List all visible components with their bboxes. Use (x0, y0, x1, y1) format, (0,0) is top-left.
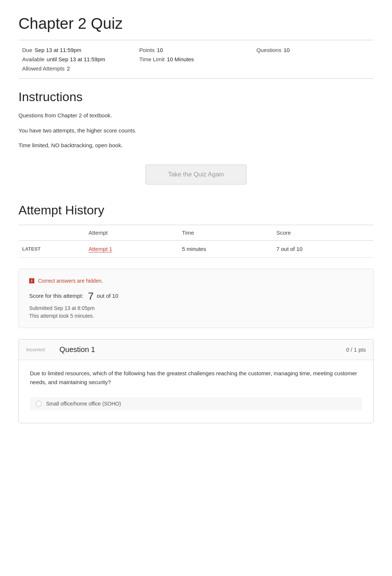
attempt-table: Attempt Time Score LATESTAttempt 15 minu… (18, 225, 374, 258)
radio-circle (36, 401, 42, 407)
instructions-title: Instructions (18, 90, 374, 104)
attempt-link[interactable]: Attempt 1 (89, 246, 112, 252)
score-suffix: out of 10 (97, 292, 118, 299)
take-quiz-button[interactable]: Take the Quiz Again (145, 165, 246, 184)
score-number: 7 (88, 290, 94, 302)
due-label: Due (22, 47, 32, 53)
row-score: 7 out of 10 (273, 240, 374, 257)
meta-questions: Questions 10 (257, 47, 370, 53)
questions-container: IncorrectQuestion 10 / 1 ptsDue to limit… (18, 339, 374, 423)
score-line: Score for this attempt: 7 out of 10 (29, 290, 363, 302)
row-label: LATEST (18, 240, 85, 257)
warning-text: Correct answers are hidden. (38, 278, 103, 284)
meta-allowed: Allowed Attempts 2 (22, 65, 135, 72)
quiz-meta-section: Due Sep 13 at 11:59pm Points 10 Question… (18, 40, 374, 79)
question-text: Due to limited resources, which of the f… (30, 369, 362, 387)
attempt-history-section: Attempt History Attempt Time Score LATES… (18, 203, 374, 258)
correct-answers-warning: i Correct answers are hidden. (29, 278, 363, 284)
due-value: Sep 13 at 11:59pm (35, 47, 82, 53)
answer-option[interactable]: Small office/home office (SOHO) (30, 397, 362, 410)
questions-label: Questions (257, 47, 282, 53)
col-empty (18, 225, 85, 240)
submitted-line: Submitted Sep 13 at 8:05pm (29, 305, 363, 311)
allowed-label: Allowed Attempts (22, 65, 65, 72)
instruction-lines: Questions from Chapter 2 of textbook.You… (18, 111, 374, 150)
col-score: Score (273, 225, 374, 240)
instructions-section: Instructions Questions from Chapter 2 of… (18, 90, 374, 150)
allowed-value: 2 (67, 65, 70, 72)
table-row: LATESTAttempt 15 minutes7 out of 10 (18, 240, 374, 257)
question-body: Due to limited resources, which of the f… (19, 360, 373, 423)
page-title: Chapter 2 Quiz (18, 15, 374, 32)
answer-text: Small office/home office (SOHO) (46, 401, 121, 407)
instruction-line: Time limited, NO backtracking, open book… (18, 141, 374, 150)
points-value: 10 (157, 47, 163, 53)
time-limit-label: Time Limit (139, 56, 165, 62)
quiz-meta-grid: Due Sep 13 at 11:59pm Points 10 Question… (22, 47, 370, 72)
meta-available: Available until Sep 13 at 11:59pm (22, 56, 135, 62)
available-label: Available (22, 56, 45, 62)
take-quiz-btn-container: Take the Quiz Again (18, 165, 374, 184)
instruction-line: You have two attempts, the higher score … (18, 127, 374, 135)
instruction-line: Questions from Chapter 2 of textbook. (18, 111, 374, 120)
available-value: until Sep 13 at 11:59pm (47, 56, 105, 62)
took-line: This attempt took 5 minutes. (29, 313, 363, 319)
col-attempt: Attempt (85, 225, 178, 240)
meta-points: Points 10 (139, 47, 252, 53)
question-points: 0 / 1 pts (346, 346, 366, 353)
row-attempt[interactable]: Attempt 1 (85, 240, 178, 257)
question-status: Incorrect (26, 347, 59, 352)
meta-due: Due Sep 13 at 11:59pm (22, 47, 135, 53)
question-header: IncorrectQuestion 10 / 1 pts (19, 339, 373, 360)
points-label: Points (139, 47, 155, 53)
row-time: 5 minutes (178, 240, 273, 257)
meta-time-limit: Time Limit 10 Minutes (139, 56, 252, 62)
col-time: Time (178, 225, 273, 240)
question-block: IncorrectQuestion 10 / 1 ptsDue to limit… (18, 339, 374, 423)
attempt-history-title: Attempt History (18, 203, 374, 217)
score-prefix: Score for this attempt: (29, 292, 83, 299)
questions-value: 10 (283, 47, 290, 53)
attempt-details-box: i Correct answers are hidden. Score for … (18, 269, 374, 328)
time-limit-value: 10 Minutes (167, 56, 194, 62)
question-title: Question 1 (59, 345, 346, 354)
warning-icon: i (29, 278, 34, 283)
